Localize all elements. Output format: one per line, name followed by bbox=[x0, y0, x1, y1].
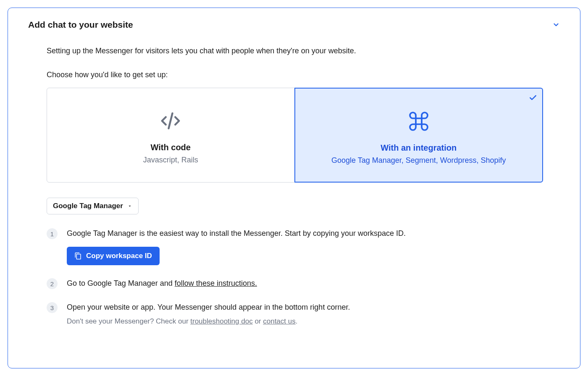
check-icon bbox=[529, 94, 537, 102]
option-with-integration-subtitle: Google Tag Manager, Segment, Wordpress, … bbox=[304, 156, 534, 165]
step-3-number: 3 bbox=[47, 302, 58, 313]
step-3-hint-suffix: . bbox=[296, 317, 298, 325]
integration-dropdown-label: Google Tag Manager bbox=[53, 202, 123, 210]
option-with-code-subtitle: Javascript, Rails bbox=[55, 156, 286, 164]
step-2-text-prefix: Go to Google Tag Manager and bbox=[67, 279, 175, 287]
step-1-text: Google Tag Manager is the easiest way to… bbox=[67, 228, 543, 239]
step-3-text: Open your website or app. Your Messenger… bbox=[67, 302, 543, 313]
option-with-code[interactable]: With code Javascript, Rails bbox=[47, 88, 295, 183]
option-with-integration-title: With an integration bbox=[304, 143, 534, 153]
panel-title: Add chat to your website bbox=[28, 20, 133, 30]
steps-list: 1 Google Tag Manager is the easiest way … bbox=[47, 228, 543, 326]
intro-text: Setting up the Messenger for visitors le… bbox=[47, 47, 543, 55]
step-1-number: 1 bbox=[47, 228, 58, 239]
step-3-hint-mid: or bbox=[253, 317, 263, 325]
contact-us-link[interactable]: contact us bbox=[263, 317, 296, 325]
troubleshooting-doc-link[interactable]: troubleshooting doc bbox=[190, 317, 252, 325]
step-2-number: 2 bbox=[47, 278, 58, 289]
integration-dropdown[interactable]: Google Tag Manager bbox=[47, 198, 139, 214]
step-2-body: Go to Google Tag Manager and follow thes… bbox=[67, 278, 543, 289]
panel-header: Add chat to your website bbox=[28, 20, 560, 30]
step-3-body: Open your website or app. Your Messenger… bbox=[67, 302, 543, 326]
step-1-body: Google Tag Manager is the easiest way to… bbox=[67, 228, 543, 265]
copy-icon bbox=[74, 252, 82, 260]
chevron-down-icon[interactable] bbox=[552, 21, 560, 29]
option-row: With code Javascript, Rails With an inte… bbox=[47, 88, 543, 183]
option-with-code-title: With code bbox=[55, 143, 286, 152]
step-1: 1 Google Tag Manager is the easiest way … bbox=[47, 228, 543, 265]
code-icon bbox=[159, 109, 182, 133]
command-icon bbox=[407, 110, 430, 133]
copy-workspace-id-label: Copy workspace ID bbox=[86, 252, 152, 260]
choose-label: Choose how you'd like to get set up: bbox=[47, 70, 543, 79]
caret-down-icon bbox=[127, 204, 132, 209]
follow-instructions-link[interactable]: follow these instructions. bbox=[175, 279, 257, 287]
step-2: 2 Go to Google Tag Manager and follow th… bbox=[47, 278, 543, 289]
step-3-hint: Don't see your Messenger? Check our trou… bbox=[67, 317, 543, 326]
copy-workspace-id-button[interactable]: Copy workspace ID bbox=[67, 247, 160, 265]
step-3-hint-prefix: Don't see your Messenger? Check our bbox=[67, 317, 190, 325]
step-3: 3 Open your website or app. Your Messeng… bbox=[47, 302, 543, 326]
add-chat-panel: Add chat to your website Setting up the … bbox=[8, 8, 580, 368]
panel-content: Setting up the Messenger for visitors le… bbox=[28, 47, 560, 326]
svg-line-0 bbox=[169, 113, 173, 128]
option-with-integration[interactable]: With an integration Google Tag Manager, … bbox=[294, 88, 543, 183]
step-2-text: Go to Google Tag Manager and follow thes… bbox=[67, 278, 543, 289]
